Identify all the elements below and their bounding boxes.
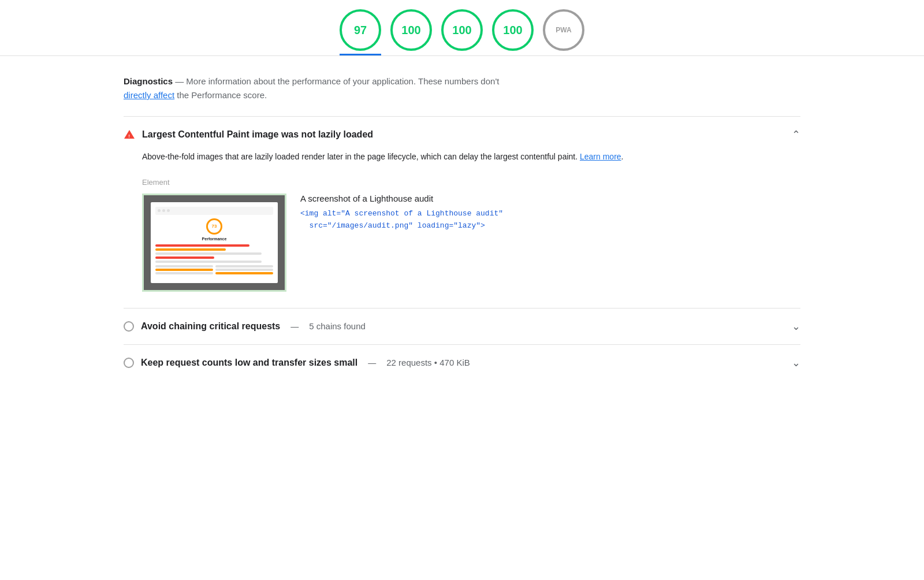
score-performance[interactable]: 97 — [340, 9, 381, 55]
element-info: A screenshot of a Lighthouse audit <img … — [300, 194, 503, 232]
chevron-down-icon-2: ⌄ — [792, 356, 800, 369]
directly-affect-link[interactable]: directly affect — [124, 90, 174, 100]
audit-chains-header[interactable]: Avoid chaining critical requests — 5 cha… — [124, 320, 800, 333]
element-label: Element — [142, 178, 800, 187]
score-circle-pwa: PWA — [543, 9, 584, 51]
audit-lcp-content: Above-the-fold images that are lazily lo… — [124, 141, 800, 296]
audit-critical-chains: Avoid chaining critical requests — 5 cha… — [124, 308, 800, 344]
element-alt-text: A screenshot of a Lighthouse audit — [300, 194, 503, 203]
audit-chains-header-left: Avoid chaining critical requests — 5 cha… — [124, 321, 366, 332]
score-circle-seo: 100 — [492, 9, 534, 51]
audit-lcp-header[interactable]: ! Largest Contentful Paint image was not… — [124, 128, 800, 141]
element-row: 73 Performance — [142, 194, 800, 292]
circle-icon — [124, 321, 134, 332]
score-circle-accessibility: 100 — [390, 9, 432, 51]
chevron-up-icon: ⌃ — [792, 128, 800, 141]
scores-bar: 97 100 100 100 PWA — [0, 0, 924, 56]
score-circle-performance: 97 — [340, 9, 381, 51]
score-best-practices[interactable]: 100 — [441, 9, 483, 55]
element-code: <img alt="A screenshot of a Lighthouse a… — [300, 208, 503, 232]
score-pwa[interactable]: PWA — [543, 9, 584, 55]
main-content: Diagnostics — More information about the… — [87, 56, 837, 399]
audit-requests-header-left: Keep request counts low and transfer siz… — [124, 358, 470, 368]
score-circle-best-practices: 100 — [441, 9, 483, 51]
learn-more-link[interactable]: Learn more — [580, 152, 621, 161]
svg-text:!: ! — [128, 133, 130, 139]
audit-request-counts: Keep request counts low and transfer siz… — [124, 344, 800, 381]
diagnostics-text: Diagnostics — More information about the… — [124, 75, 800, 102]
score-seo[interactable]: 100 — [492, 9, 534, 55]
audit-lcp-lazy-load: ! Largest Contentful Paint image was not… — [124, 116, 800, 308]
diagnostics-section: Diagnostics — More information about the… — [124, 75, 800, 102]
circle-icon-2 — [124, 358, 134, 368]
audit-lcp-description: Above-the-fold images that are lazily lo… — [142, 150, 800, 164]
audit-requests-header[interactable]: Keep request counts low and transfer siz… — [124, 356, 800, 369]
element-thumbnail: 73 Performance — [142, 194, 286, 292]
audit-lcp-header-left: ! Largest Contentful Paint image was not… — [124, 129, 373, 140]
chevron-down-icon: ⌄ — [792, 320, 800, 333]
warning-icon: ! — [124, 129, 135, 140]
score-accessibility[interactable]: 100 — [390, 9, 432, 55]
